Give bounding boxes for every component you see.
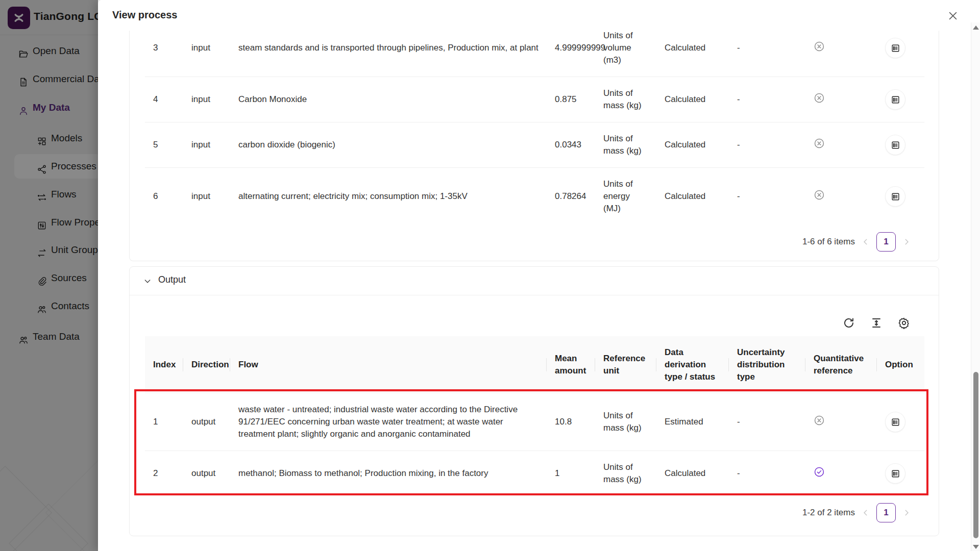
cell-reference-unit: Units of mass (kg): [595, 451, 656, 496]
row-detail-button[interactable]: [885, 89, 905, 110]
profile-icon: [891, 417, 900, 427]
pagination-summary: 1-6 of 6 items: [802, 237, 855, 247]
scroll-up-icon[interactable]: [973, 26, 979, 30]
cell-derivation-status: Calculated: [656, 77, 729, 122]
cell-mean-amount: 4.999999999: [547, 31, 595, 77]
page-number-button[interactable]: 1: [876, 503, 896, 522]
vertical-scrollbar[interactable]: [971, 22, 980, 551]
cell-reference-unit: Units of volume (m3): [595, 31, 656, 77]
cell-option: [877, 31, 924, 77]
close-circle-icon: [814, 92, 825, 104]
cell-flow: alternating current; electricity mix; co…: [230, 168, 547, 226]
table-row: 5inputcarbon dioxide (biogenic)0.0343Uni…: [145, 122, 924, 168]
output-section-title: Output: [158, 274, 186, 285]
next-page-icon[interactable]: [903, 509, 910, 516]
cell-quantitative-reference: [805, 77, 877, 122]
profile-icon: [891, 469, 900, 479]
cell-reference-unit: Units of energy (MJ): [595, 168, 656, 226]
cell-direction: output: [183, 451, 230, 496]
settings-gear-icon[interactable]: [898, 317, 910, 329]
cell-index: 1: [145, 393, 183, 451]
cell-option: [877, 451, 924, 496]
reload-icon[interactable]: [843, 317, 855, 329]
close-circle-icon: [814, 41, 825, 52]
cell-uncertainty: -: [729, 77, 805, 122]
column-header: Reference unit: [595, 336, 656, 393]
cell-quantitative-reference: [805, 393, 877, 451]
check-circle-icon: [814, 466, 825, 478]
cell-index: 6: [145, 168, 183, 226]
cell-direction: input: [183, 77, 230, 122]
output-pagination: 1-2 of 2 items 1: [130, 496, 939, 529]
cell-option: [877, 77, 924, 122]
column-header: Flow: [230, 336, 547, 393]
cell-direction: input: [183, 168, 230, 226]
cell-uncertainty: -: [729, 168, 805, 226]
modal-title: View process: [112, 9, 177, 21]
row-detail-button[interactable]: [885, 412, 905, 432]
cell-option: [877, 168, 924, 226]
cell-mean-amount: 0.78264: [547, 168, 595, 226]
prev-page-icon[interactable]: [862, 238, 869, 245]
cell-reference-unit: Units of mass (kg): [595, 393, 656, 451]
cell-quantitative-reference: [805, 122, 877, 168]
pagination-summary: 1-2 of 2 items: [802, 508, 855, 518]
cell-uncertainty: -: [729, 122, 805, 168]
column-header: Uncertainty distribution type: [729, 336, 805, 393]
column-header: Data derivation type / status: [656, 336, 729, 393]
cell-mean-amount: 0.875: [547, 77, 595, 122]
cell-index: 4: [145, 77, 183, 122]
cell-flow: waste water - untreated; industrial wast…: [230, 393, 547, 451]
output-section-header[interactable]: Output: [130, 267, 939, 295]
row-detail-button[interactable]: [885, 135, 905, 155]
modal-scroll-area[interactable]: 3inputsteam standards and is transported…: [98, 31, 971, 551]
column-header: Index: [145, 336, 183, 393]
profile-icon: [891, 140, 900, 150]
view-process-modal: View process 3inputsteam standards and i…: [98, 0, 980, 551]
scrollbar-thumb[interactable]: [973, 372, 978, 538]
chevron-down-icon: [143, 277, 152, 285]
cell-derivation-status: Estimated: [656, 393, 729, 451]
table-row: 4inputCarbon Monoxide0.875Units of mass …: [145, 77, 924, 122]
column-header: Mean amount: [547, 336, 595, 393]
close-icon[interactable]: [947, 10, 959, 21]
input-flows-card: 3inputsteam standards and is transported…: [129, 31, 939, 261]
prev-page-icon[interactable]: [862, 509, 869, 516]
close-circle-icon: [814, 415, 825, 426]
cell-flow: methanol; Biomass to methanol; Productio…: [230, 451, 547, 496]
next-page-icon[interactable]: [903, 238, 910, 245]
close-circle-icon: [814, 138, 825, 149]
page-number-button[interactable]: 1: [876, 232, 896, 252]
table-toolbar: [130, 295, 939, 336]
cell-uncertainty: -: [729, 393, 805, 451]
cell-mean-amount: 10.8: [547, 393, 595, 451]
scroll-down-icon[interactable]: [973, 545, 979, 549]
cell-quantitative-reference: [805, 31, 877, 77]
cell-derivation-status: Calculated: [656, 31, 729, 77]
cell-quantitative-reference: [805, 168, 877, 226]
cell-flow: Carbon Monoxide: [230, 77, 547, 122]
cell-derivation-status: Calculated: [656, 168, 729, 226]
cell-index: 2: [145, 451, 183, 496]
cell-uncertainty: -: [729, 451, 805, 496]
row-detail-button[interactable]: [885, 186, 905, 207]
cell-direction: output: [183, 393, 230, 451]
cell-reference-unit: Units of mass (kg): [595, 77, 656, 122]
table-row: 2outputmethanol; Biomass to methanol; Pr…: [145, 451, 924, 496]
column-height-icon[interactable]: [870, 317, 883, 329]
row-detail-button[interactable]: [885, 463, 905, 484]
column-header: Direction: [183, 336, 230, 393]
column-header: Option: [877, 336, 924, 393]
modal-header: View process: [98, 0, 980, 31]
output-flows-table: IndexDirectionFlowMean amountReference u…: [145, 336, 924, 496]
profile-icon: [891, 43, 900, 53]
cell-reference-unit: Units of mass (kg): [595, 122, 656, 168]
cell-derivation-status: Calculated: [656, 451, 729, 496]
cell-flow: steam standards and is transported throu…: [230, 31, 547, 77]
row-detail-button[interactable]: [885, 38, 905, 58]
cell-derivation-status: Calculated: [656, 122, 729, 168]
cell-mean-amount: 1: [547, 451, 595, 496]
cell-mean-amount: 0.0343: [547, 122, 595, 168]
column-header: Quantitative reference: [805, 336, 877, 393]
profile-icon: [891, 95, 900, 105]
